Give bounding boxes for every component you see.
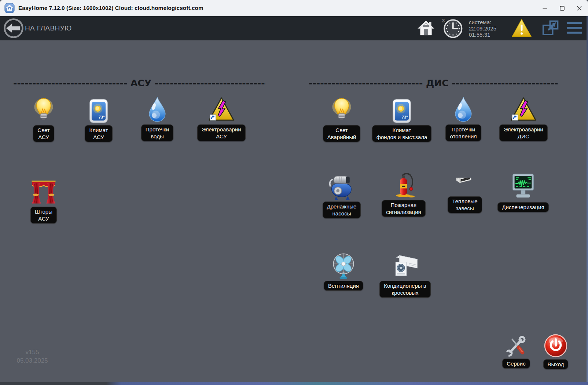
water-drop-icon — [449, 95, 478, 124]
tile-elektroavarii-dis[interactable]: Электроаварии ДИС — [492, 96, 555, 141]
tile-label: Свет Аварийный — [323, 125, 361, 142]
air-conditioner-icon — [390, 250, 420, 280]
tile-label: Пожарная сигнализация — [382, 200, 425, 217]
version-date: 05.03.2025 — [10, 356, 54, 365]
menu-hamburger-icon[interactable] — [565, 19, 584, 37]
power-exit-icon — [543, 333, 569, 359]
tile-vykhod[interactable]: Выход — [525, 333, 587, 369]
tile-label: Климат АСУ — [85, 125, 112, 142]
tile-label: Шторы АСУ — [30, 207, 57, 224]
climate-icon — [85, 98, 112, 125]
tile-klimat-fondov[interactable]: Климат фондов и выст.зала — [371, 98, 433, 142]
clock-icon[interactable]: 3 — [441, 17, 464, 40]
electric-warning-icon — [510, 96, 537, 124]
desktop-strip — [0, 382, 588, 385]
home-icon[interactable] — [416, 19, 436, 38]
navbar-right: 3 система: 22.09.2025 01:55:31 — [416, 17, 588, 40]
heat-curtain-icon — [448, 178, 481, 196]
back-label: НА ГЛАВНУЮ — [25, 24, 72, 32]
version-info: v155 05.03.2025 — [10, 348, 54, 365]
window-title: EasyHome 7.12.0 (Size: 1600x1002) Cloud:… — [18, 5, 203, 11]
close-button[interactable] — [571, 0, 588, 16]
tile-protechki-vody[interactable]: Протечки воды — [126, 95, 188, 141]
popout-window-icon[interactable] — [541, 19, 560, 38]
version-number: v155 — [10, 348, 54, 356]
curtains-icon — [29, 177, 58, 206]
water-drop-icon — [143, 95, 172, 124]
dispatch-monitor-icon — [508, 172, 539, 202]
clock-badge: 3 — [442, 17, 445, 23]
light-bulb-icon — [29, 96, 58, 125]
light-bulb-icon — [327, 96, 356, 125]
tile-protechki-otopleniya[interactable]: Протечки отопления — [432, 95, 495, 141]
tile-label: Климат фондов и выст.зала — [372, 125, 432, 142]
tile-elektroavarii-asu[interactable]: Электроаварии АСУ — [190, 96, 253, 141]
window-controls — [536, 0, 588, 16]
titlebar: EasyHome 7.12.0 (Size: 1600x1002) Cloud:… — [0, 0, 588, 17]
easyhome-window: EasyHome 7.12.0 (Size: 1600x1002) Cloud:… — [0, 0, 588, 385]
system-time: 01:55:31 — [469, 32, 496, 38]
tile-label: Электроаварии ДИС — [499, 124, 547, 141]
tile-label: Свет АСУ — [33, 125, 54, 142]
tile-label: Электроаварии АСУ — [197, 124, 245, 141]
back-to-main-button[interactable]: НА ГЛАВНУЮ — [3, 18, 72, 39]
app-logo-icon — [4, 3, 15, 13]
tile-label: Тепловые завесы — [448, 196, 482, 213]
tile-label: Выход — [543, 359, 569, 369]
climate-icon — [388, 98, 415, 125]
tile-svet-asu[interactable]: Свет АСУ — [12, 96, 75, 142]
tile-label: Протечки отопления — [445, 124, 481, 141]
system-time-block: система: 22.09.2025 01:55:31 — [469, 19, 496, 38]
electric-warning-icon — [207, 96, 235, 124]
close-icon — [577, 6, 582, 11]
tile-label: Диспечеризация — [497, 202, 548, 212]
tile-label: Вентиляция — [324, 281, 363, 291]
drainage-pump-icon — [327, 171, 357, 201]
back-arrow-icon — [3, 18, 24, 39]
tile-dispecherizatsiya[interactable]: Диспечеризация — [492, 172, 554, 212]
alerts-warning-icon[interactable] — [511, 18, 532, 38]
maximize-icon — [560, 6, 565, 11]
tile-drenazhnye-nasosy[interactable]: Дренажные насосы — [310, 171, 373, 218]
minimize-button[interactable] — [536, 0, 554, 16]
window-right-edge — [587, 16, 588, 382]
tile-label: Протечки воды — [141, 124, 173, 141]
tile-label: Кондиционеры в кроссовых — [379, 281, 431, 298]
tile-konditsionery[interactable]: Кондиционеры в кроссовых — [374, 250, 436, 298]
tile-label: Дренажные насосы — [323, 201, 361, 218]
tile-pozharnaya-signalizatsiya[interactable]: Пожарная сигнализация — [372, 170, 435, 217]
tile-klimat-asu[interactable]: Климат АСУ — [67, 98, 130, 142]
tile-teplovye-zavesy[interactable]: Тепловые завесы — [434, 178, 496, 213]
tile-ventilyatsiya[interactable]: Вентиляция — [312, 252, 375, 291]
minimize-icon — [543, 6, 547, 11]
section-header-dis: ------------------------------ ДИС -----… — [309, 78, 558, 90]
tile-shtory-asu[interactable]: Шторы АСУ — [12, 177, 75, 224]
system-date: 22.09.2025 — [469, 25, 496, 32]
system-label: система: — [469, 19, 496, 25]
maximize-button[interactable] — [554, 0, 571, 16]
navbar: НА ГЛАВНУЮ 3 — [0, 16, 588, 40]
fire-extinguisher-icon — [389, 170, 418, 200]
fan-icon — [329, 252, 358, 280]
tile-svet-avariyniy[interactable]: Свет Аварийный — [310, 96, 373, 142]
section-header-asu: ------------------------------ АСУ -----… — [13, 78, 265, 90]
